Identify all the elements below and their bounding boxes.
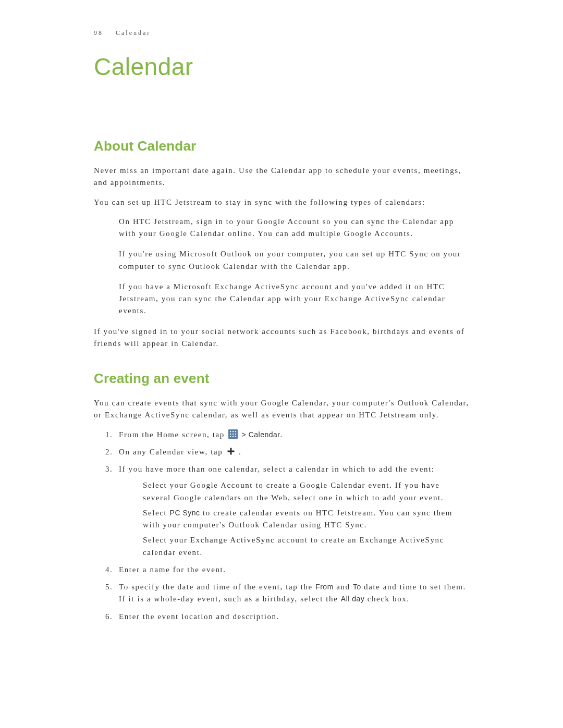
step-2-text-b: .: [239, 448, 241, 456]
step-2-text-a: On any Calendar view, tap: [119, 448, 226, 456]
step-3-text: If you have more than one calendar, sele…: [119, 465, 435, 473]
step-3-subitems: Select your Google Account to create a G…: [119, 479, 469, 559]
document-page: 98 Calendar Calendar About Calendar Neve…: [0, 0, 563, 623]
step-5-a: To specify the date and time of the even…: [119, 583, 315, 591]
header-section-name: Calendar: [116, 29, 151, 36]
from-label: From: [315, 583, 334, 591]
step-2: On any Calendar view, tap .: [105, 446, 469, 458]
about-bullet-1: On HTC Jetstream, sign in to your Google…: [119, 216, 469, 240]
step-1: From the Home screen, tap > Calendar.: [105, 429, 469, 441]
step-6-text: Enter the event location and description…: [119, 612, 279, 621]
to-label: To: [353, 583, 361, 591]
step-5: To specify the date and time of the even…: [105, 581, 469, 606]
about-p3: If you've signed in to your social netwo…: [94, 326, 469, 350]
svg-rect-6: [235, 433, 236, 434]
step-1-text-d: .: [280, 430, 283, 439]
step-3-sub-1: Select your Google Account to create a G…: [143, 479, 469, 504]
step-4-text: Enter a name for the event.: [119, 565, 226, 574]
step-1-calendar-label: Calendar: [249, 430, 280, 439]
section-title-about: About Calendar: [94, 138, 469, 154]
plus-icon: [227, 447, 235, 455]
section-title-creating: Creating an event: [94, 371, 469, 387]
step-3-sub-2a: Select: [143, 509, 170, 517]
svg-rect-3: [235, 431, 236, 432]
page-number: 98: [94, 29, 103, 36]
svg-rect-9: [235, 436, 236, 437]
svg-rect-4: [230, 433, 231, 434]
creating-p1: You can create events that sync with you…: [94, 397, 469, 422]
chapter-title: Calendar: [94, 53, 469, 81]
running-header: 98 Calendar: [94, 29, 469, 37]
svg-rect-1: [230, 431, 231, 432]
about-p1: Never miss an important date again. Use …: [94, 165, 469, 189]
about-bullet-3: If you have a Microsoft Exchange ActiveS…: [119, 281, 469, 317]
section-about-calendar: About Calendar Never miss an important d…: [94, 138, 469, 350]
pc-sync-label: PC Sync: [170, 509, 200, 517]
svg-rect-7: [230, 436, 231, 437]
step-3-sub-3: Select your Exchange ActiveSync account …: [143, 534, 469, 559]
step-5-g: check box.: [364, 595, 409, 603]
svg-rect-2: [232, 431, 234, 432]
apps-grid-icon: [228, 429, 238, 439]
svg-rect-8: [232, 436, 234, 437]
about-p2: You can set up HTC Jetstream to stay in …: [94, 196, 469, 208]
svg-rect-5: [232, 433, 234, 434]
step-1-text-b: >: [242, 430, 249, 439]
step-4: Enter a name for the event.: [105, 564, 469, 576]
all-day-label: All day: [341, 595, 365, 603]
step-6: Enter the event location and description…: [105, 611, 469, 623]
step-1-text-a: From the Home screen, tap: [119, 430, 227, 439]
step-3: If you have more than one calendar, sele…: [105, 463, 469, 559]
about-bullet-2: If you're using Microsoft Outlook on you…: [119, 248, 469, 273]
step-5-c: and: [334, 583, 353, 591]
creating-steps-list: From the Home screen, tap > Calendar.: [94, 429, 469, 623]
about-bullets: On HTC Jetstream, sign in to your Google…: [94, 216, 469, 317]
section-creating-event: Creating an event You can create events …: [94, 371, 469, 623]
step-3-sub-2: Select PC Sync to create calendar events…: [143, 507, 469, 532]
